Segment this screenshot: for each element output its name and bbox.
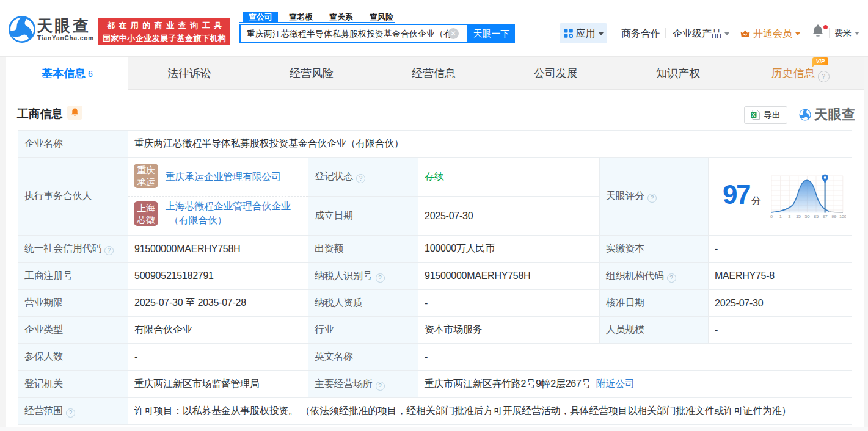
svg-text:100: 100: [839, 214, 846, 219]
svg-text:85: 85: [814, 214, 819, 219]
svg-text:0: 0: [770, 214, 773, 219]
svg-text:97: 97: [823, 214, 828, 219]
svg-text:3: 3: [788, 214, 790, 219]
svg-text:1: 1: [779, 214, 782, 219]
svg-text:99: 99: [831, 214, 836, 219]
svg-text:X: X: [752, 112, 756, 118]
svg-text:50: 50: [804, 214, 809, 219]
svg-text:15: 15: [796, 214, 801, 219]
